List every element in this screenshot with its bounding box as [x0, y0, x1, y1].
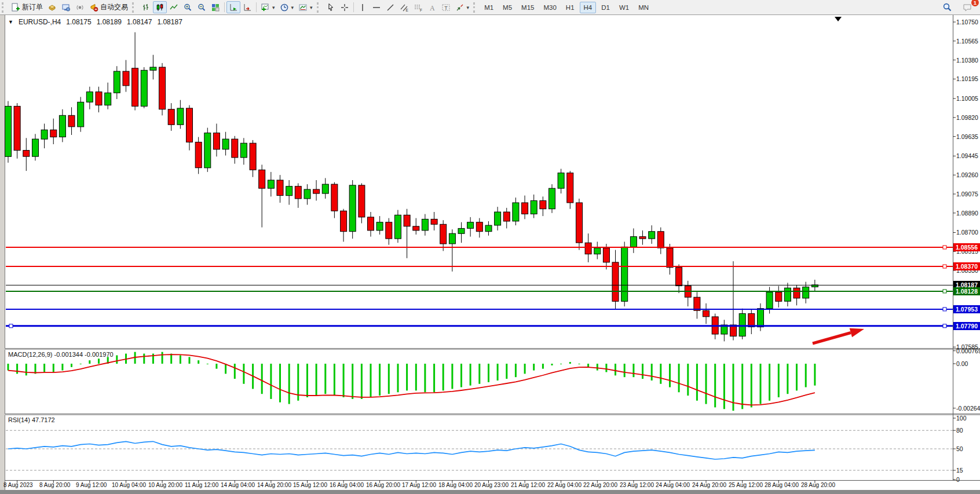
- macd-histogram-layer: [8, 352, 816, 411]
- price-axis-label: 1.10005: [956, 95, 979, 102]
- time-axis-label: 14 Aug 04:00: [221, 482, 255, 488]
- time-axis-label: 17 Aug 12:00: [402, 482, 436, 488]
- chart-shift-marker[interactable]: [835, 17, 842, 21]
- time-axis-label: 10 Aug 20:00: [148, 482, 182, 488]
- price-axis-label: 1.09260: [956, 171, 979, 178]
- rsi-axis-label: 100: [956, 415, 979, 422]
- line-handle[interactable]: [943, 290, 946, 293]
- price-tag[interactable]: 1.08370: [953, 262, 980, 270]
- macd-axis-label: 0.000769: [956, 347, 979, 354]
- time-axis-label: 14 Aug 20:00: [257, 482, 291, 488]
- time-axis-label: 11 Aug 12:00: [185, 482, 218, 488]
- chart-drawing-layer: [0, 0, 980, 494]
- time-axis-label: 24 Aug 04:00: [656, 482, 690, 488]
- rsi-axis-label: 0: [956, 476, 979, 483]
- time-axis-label: 25 Aug 12:00: [729, 482, 763, 488]
- price-axis-label: 1.09635: [956, 133, 979, 140]
- price-axis-label: 1.09075: [956, 191, 979, 197]
- price-tag[interactable]: 1.07953: [953, 305, 980, 313]
- price-axis-label: 1.09820: [956, 114, 979, 121]
- arrow-annotation-head[interactable]: [850, 328, 864, 337]
- time-axis-label: 18 Aug 04:00: [438, 482, 473, 488]
- time-axis-label: 16 Aug 20:00: [366, 482, 400, 488]
- time-axis-label: 8 Aug 2023: [3, 482, 33, 488]
- rsi-axis-label: 50: [956, 445, 979, 452]
- time-axis-label: 23 Aug 12:00: [620, 482, 654, 488]
- time-axis-label: 10 Aug 04:00: [112, 482, 146, 488]
- time-axis-label: 8 Aug 20:00: [39, 482, 70, 488]
- time-axis-label: 28 Aug 20:00: [801, 482, 835, 488]
- time-axis-label: 21 Aug 12:00: [511, 482, 545, 488]
- time-axis-label: 24 Aug 20:00: [692, 482, 726, 488]
- price-axis-label: 1.10380: [956, 57, 979, 64]
- time-axis-label: 15 Aug 12:00: [293, 482, 327, 488]
- arrow-annotation[interactable]: [813, 333, 851, 344]
- time-axis-label: 22 Aug 20:00: [583, 482, 617, 488]
- candles-layer: [5, 32, 818, 342]
- price-axis-label: 1.08890: [956, 210, 979, 217]
- terminal-window: 新订单 自动交易: [0, 0, 980, 494]
- time-axis-label: 16 Aug 04:00: [330, 482, 364, 488]
- line-handle[interactable]: [943, 324, 946, 328]
- line-handle[interactable]: [943, 265, 946, 268]
- price-axis-label: 1.08700: [956, 229, 979, 236]
- macd-axis-label: -0.002648: [956, 405, 979, 412]
- macd-signal-line: [8, 354, 815, 405]
- macd-axis-label: 0.00: [956, 360, 979, 367]
- rsi-axis-label: 80: [956, 427, 979, 434]
- price-tag[interactable]: 1.07790: [953, 322, 980, 330]
- price-axis-label: 1.10750: [956, 19, 979, 25]
- time-axis-label: 9 Aug 12:00: [76, 482, 107, 488]
- rsi-line: [8, 441, 815, 459]
- price-axis-label: 1.10195: [956, 75, 979, 82]
- rsi-axis-label: 15: [956, 467, 979, 474]
- price-axis-label: 1.09445: [956, 152, 979, 159]
- time-axis-label: 28 Aug 04:00: [765, 482, 799, 488]
- price-tag[interactable]: 1.08556: [953, 243, 980, 251]
- line-handle[interactable]: [943, 246, 946, 249]
- time-axis-label: 22 Aug 04:00: [547, 482, 582, 488]
- time-axis-label: 20 Aug 23:00: [474, 482, 509, 488]
- price-axis-label: 1.10565: [956, 38, 979, 45]
- line-handle[interactable]: [943, 308, 946, 311]
- price-tag[interactable]: 1.08128: [953, 287, 980, 295]
- line-handle[interactable]: [9, 324, 13, 328]
